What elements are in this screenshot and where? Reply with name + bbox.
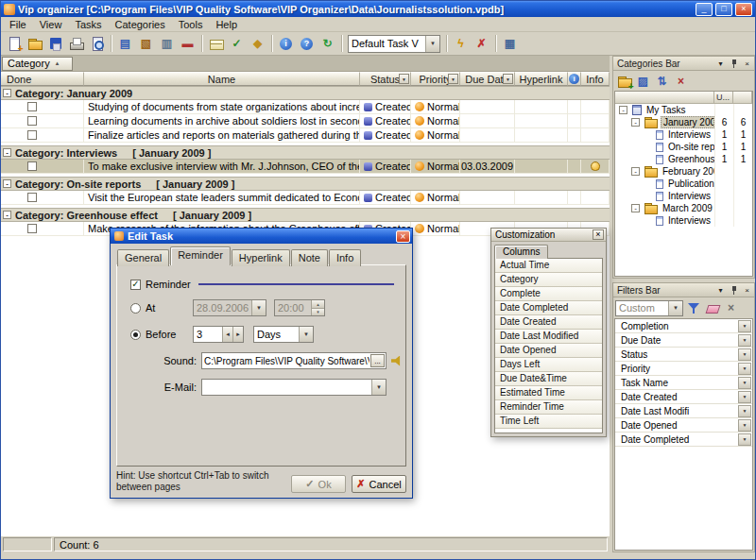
info-button[interactable]: i <box>276 34 296 54</box>
clear-button[interactable]: ✗ <box>472 34 491 54</box>
value-spin-buttons[interactable]: ◂▸ <box>222 327 243 342</box>
maximize-button[interactable]: □ <box>715 3 732 16</box>
dialog-close-button[interactable]: × <box>396 230 410 243</box>
column-header-info-icon[interactable]: i <box>568 72 581 86</box>
column-item[interactable]: Date Completed <box>495 301 602 315</box>
sound-browse-button[interactable]: ... <box>370 354 385 367</box>
filter-row-date-completed[interactable]: Date Completed▼ <box>615 433 752 447</box>
delete-category-button[interactable]: × <box>672 72 690 90</box>
filter-row-date-created[interactable]: Date Created▼ <box>615 390 752 404</box>
help-button[interactable]: ? <box>297 34 317 54</box>
menu-item-tasks[interactable]: Tasks <box>68 18 108 31</box>
reminder-checkbox[interactable] <box>130 280 141 290</box>
send-email-button[interactable] <box>206 34 226 54</box>
filter-dropdown-icon[interactable]: ▼ <box>399 74 409 84</box>
save-button[interactable] <box>45 34 65 54</box>
column-header-status[interactable]: Status▼ <box>360 72 411 86</box>
panel-menu-icon[interactable]: ▾ <box>714 284 727 296</box>
ok-button[interactable]: ✓ Ok <box>291 475 346 493</box>
tree-item-february-2009[interactable]: -February 2009 <box>615 165 752 178</box>
print-button[interactable] <box>66 34 86 54</box>
attachment-button[interactable]: ◆ <box>248 34 267 54</box>
column-item[interactable]: Days Left <box>495 358 602 372</box>
tree-item-interviews[interactable]: Interviews11 <box>615 128 752 141</box>
panel-menu-icon[interactable]: ▾ <box>714 58 727 69</box>
filter-row-date-opened[interactable]: Date Opened▼ <box>615 418 752 433</box>
new-task-button[interactable]: + <box>4 34 24 54</box>
tree-item-march-2009[interactable]: -March 2009 <box>615 202 752 214</box>
category-group-row[interactable]: -Category: Interviews[ January 2009 ] <box>1 145 610 160</box>
dropdown-icon[interactable]: ▼ <box>738 348 751 361</box>
tab-note[interactable]: Note <box>291 249 328 266</box>
task-done-checkbox[interactable] <box>27 193 37 202</box>
task-row[interactable]: Studying of documents from state organiz… <box>1 100 610 114</box>
default-task-select[interactable]: Default Task V▼ <box>348 35 440 53</box>
tab-general[interactable]: General <box>117 249 169 266</box>
menu-item-view[interactable]: View <box>33 18 69 31</box>
email-input[interactable]: ▼ <box>201 379 387 396</box>
sound-input[interactable]: C:\Program Files\VIP Quality Software\VI… <box>201 352 387 369</box>
filter-row-due-date[interactable]: Due Date▼ <box>615 333 752 348</box>
tree-item-greenhouse-effect[interactable]: Greenhouse effect11 <box>615 153 752 165</box>
column-item[interactable]: Time Left <box>495 415 602 429</box>
dropdown-icon[interactable]: ▼ <box>738 391 751 403</box>
dropdown-icon[interactable]: ▼ <box>738 419 751 432</box>
dropdown-icon[interactable]: ▼ <box>738 363 751 375</box>
edit-category-button[interactable]: ▨ <box>634 72 652 90</box>
tree-item-on-site-reports[interactable]: On-site reports11 <box>615 141 752 153</box>
collapse-icon[interactable]: - <box>3 179 11 188</box>
menu-item-categories[interactable]: Categories <box>109 18 172 31</box>
at-radio[interactable] <box>130 303 141 314</box>
tree-header-uncompleted[interactable]: U... <box>714 92 733 103</box>
open-button[interactable] <box>25 34 44 54</box>
column-item[interactable]: Due Date&Time <box>495 372 602 386</box>
filter-dropdown-icon[interactable]: ▼ <box>448 74 458 84</box>
task-row[interactable]: To make exclusive interview with Mr. J.J… <box>1 160 610 174</box>
clear-filter-button[interactable] <box>703 299 721 317</box>
column-item[interactable]: Complete <box>495 287 602 301</box>
tab-reminder[interactable]: Reminder <box>170 246 231 265</box>
dropdown-icon[interactable]: ▼ <box>738 405 751 417</box>
category-group-row[interactable]: -Category: On-site reports[ January 2009… <box>1 177 610 191</box>
dropdown-arrow-icon[interactable]: ▼ <box>251 300 266 315</box>
before-radio[interactable] <box>130 330 141 340</box>
dropdown-icon[interactable]: ▼ <box>738 433 751 446</box>
task-row[interactable]: Learning documents in archive about sold… <box>1 114 610 128</box>
dropdown-arrow-icon[interactable]: ▼ <box>371 380 386 395</box>
menu-item-tools[interactable]: Tools <box>172 18 210 31</box>
column-item[interactable]: Date Created <box>495 315 602 330</box>
filter-preset-select[interactable]: Custom ▼ <box>615 300 683 316</box>
print-preview-button[interactable] <box>87 34 107 54</box>
at-date-select[interactable]: 28.09.2006 ▼ <box>193 299 266 316</box>
tab-columns[interactable]: Columns <box>494 245 548 259</box>
column-header-priority[interactable]: Priority▼ <box>411 72 460 86</box>
collapse-icon[interactable]: - <box>619 106 627 114</box>
delete-filter-button[interactable]: × <box>722 299 740 317</box>
minimize-button[interactable]: _ <box>696 3 713 16</box>
mark-complete-button[interactable]: ✓ <box>227 34 247 54</box>
dropdown-arrow-icon[interactable]: ▼ <box>668 301 682 315</box>
close-icon[interactable]: × <box>741 58 753 69</box>
task-row[interactable]: Finalize articles and reports on materia… <box>1 128 610 143</box>
tab-hyperlink[interactable]: Hyperlink <box>232 249 290 266</box>
cancel-button[interactable]: ✗ Cancel <box>352 475 406 493</box>
collapse-icon[interactable]: - <box>3 89 11 97</box>
collapse-icon[interactable]: - <box>3 211 11 219</box>
dropdown-icon[interactable]: ▼ <box>738 377 751 389</box>
category-group-row[interactable]: -Category: January 2009 <box>1 86 610 100</box>
column-item[interactable]: Actual Time <box>495 259 602 273</box>
menu-item-help[interactable]: Help <box>209 18 244 31</box>
filter-row-status[interactable]: Status▼ <box>615 348 752 362</box>
column-item[interactable]: Category <box>495 273 602 287</box>
add-task-button[interactable]: ▤ <box>115 34 135 54</box>
delete-task-button[interactable]: ▬ <box>178 34 198 54</box>
task-done-checkbox[interactable] <box>27 116 37 126</box>
edit-task-button[interactable]: ▧ <box>136 34 156 54</box>
column-item[interactable]: Date Opened <box>495 344 602 358</box>
at-time-spinner[interactable]: 20:00 ▴▾ <box>274 299 325 316</box>
edit-filter-button[interactable] <box>684 299 702 317</box>
category-group-row[interactable]: -Category: Greenhouse effect[ January 20… <box>1 208 610 222</box>
column-header-due-date[interactable]: Due Date▼ <box>460 72 515 86</box>
tab-info[interactable]: Info <box>329 249 361 266</box>
task-done-checkbox[interactable] <box>27 130 37 140</box>
